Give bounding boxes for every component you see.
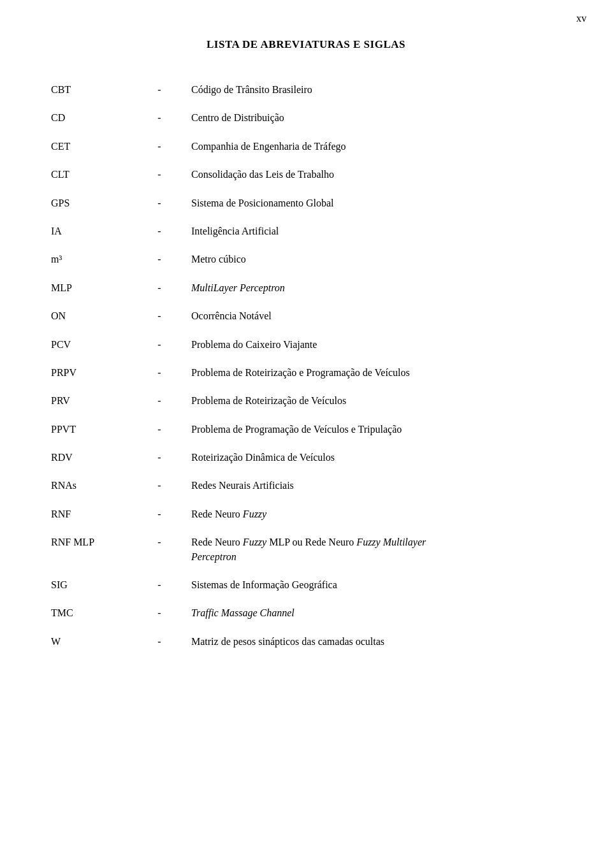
abbreviation-term: TMC	[51, 606, 127, 620]
list-item: W-Matriz de pesos sinápticos das camadas…	[51, 635, 561, 649]
list-item: CLT-Consolidação das Leis de Trabalho	[51, 168, 561, 182]
list-item: RNAs-Redes Neurais Artificiais	[51, 479, 561, 493]
list-item: SIG-Sistemas de Informação Geográfica	[51, 578, 561, 592]
abbreviation-definition: Redes Neurais Artificiais	[191, 479, 561, 493]
list-item: PRPV-Problema de Roteirização e Programa…	[51, 366, 561, 380]
abbreviation-definition: Sistema de Posicionamento Global	[191, 196, 561, 210]
abbreviation-term: RNF MLP	[51, 535, 127, 549]
abbreviation-definition: Rede Neuro Fuzzy	[191, 507, 561, 521]
abbreviation-definition: MultiLayer Perceptron	[191, 281, 561, 295]
list-item: RNF MLP-Rede Neuro Fuzzy MLP ou Rede Neu…	[51, 535, 561, 564]
abbreviation-term: PRV	[51, 394, 127, 408]
abbreviation-dash: -	[127, 423, 191, 437]
abbreviation-definition: Problema do Caixeiro Viajante	[191, 338, 561, 352]
list-item: RDV-Roteirização Dinâmica de Veículos	[51, 451, 561, 465]
abbreviation-definition: Ocorrência Notável	[191, 309, 561, 323]
list-item: PPVT-Problema de Programação de Veículos…	[51, 423, 561, 437]
abbreviation-dash: -	[127, 196, 191, 210]
abbreviation-dash: -	[127, 338, 191, 352]
list-item: MLP-MultiLayer Perceptron	[51, 281, 561, 295]
abbreviation-term: m³	[51, 252, 127, 266]
abbreviation-term: CLT	[51, 168, 127, 182]
list-item: TMC-Traffic Massage Channel	[51, 606, 561, 620]
abbreviation-term: RNAs	[51, 479, 127, 493]
list-item: PCV-Problema do Caixeiro Viajante	[51, 338, 561, 352]
abbreviation-term: W	[51, 635, 127, 649]
abbreviation-definition: Código de Trânsito Brasileiro	[191, 83, 561, 97]
abbreviation-dash: -	[127, 394, 191, 408]
abbreviation-definition: Sistemas de Informação Geográfica	[191, 578, 561, 592]
abbreviation-definition: Metro cúbico	[191, 252, 561, 266]
abbreviation-dash: -	[127, 140, 191, 154]
abbreviation-term: CD	[51, 111, 127, 125]
abbreviation-dash: -	[127, 224, 191, 238]
abbreviation-list: CBT-Código de Trânsito BrasileiroCD-Cent…	[51, 83, 561, 649]
abbreviation-term: RDV	[51, 451, 127, 465]
abbreviation-definition: Traffic Massage Channel	[191, 606, 561, 620]
abbreviation-definition: Problema de Roteirização de Veículos	[191, 394, 561, 408]
list-item: RNF-Rede Neuro Fuzzy	[51, 507, 561, 521]
abbreviation-dash: -	[127, 252, 191, 266]
abbreviation-term: PPVT	[51, 423, 127, 437]
abbreviation-term: RNF	[51, 507, 127, 521]
list-item: CET-Companhia de Engenharia de Tráfego	[51, 140, 561, 154]
abbreviation-term: GPS	[51, 196, 127, 210]
abbreviation-definition: Problema de Programação de Veículos e Tr…	[191, 423, 561, 437]
list-item: IA-Inteligência Artificial	[51, 224, 561, 238]
abbreviation-dash: -	[127, 635, 191, 649]
abbreviation-definition: Centro de Distribuição	[191, 111, 561, 125]
abbreviation-definition: Matriz de pesos sinápticos das camadas o…	[191, 635, 561, 649]
list-item: ON-Ocorrência Notável	[51, 309, 561, 323]
abbreviation-dash: -	[127, 281, 191, 295]
abbreviation-term: CBT	[51, 83, 127, 97]
list-item: GPS-Sistema de Posicionamento Global	[51, 196, 561, 210]
abbreviation-definition: Companhia de Engenharia de Tráfego	[191, 140, 561, 154]
page-title: LISTA DE ABREVIATURAS E SIGLAS	[51, 38, 561, 51]
abbreviation-dash: -	[127, 606, 191, 620]
abbreviation-term: PCV	[51, 338, 127, 352]
page-number: xv	[576, 13, 586, 24]
list-item: CBT-Código de Trânsito Brasileiro	[51, 83, 561, 97]
abbreviation-definition: Consolidação das Leis de Trabalho	[191, 168, 561, 182]
abbreviation-term: IA	[51, 224, 127, 238]
abbreviation-dash: -	[127, 507, 191, 521]
list-item: m³-Metro cúbico	[51, 252, 561, 266]
abbreviation-dash: -	[127, 479, 191, 493]
abbreviation-dash: -	[127, 451, 191, 465]
abbreviation-definition: Rede Neuro Fuzzy MLP ou Rede Neuro Fuzzy…	[191, 535, 561, 564]
abbreviation-definition: Roteirização Dinâmica de Veículos	[191, 451, 561, 465]
abbreviation-term: MLP	[51, 281, 127, 295]
abbreviation-dash: -	[127, 111, 191, 125]
list-item: PRV-Problema de Roteirização de Veículos	[51, 394, 561, 408]
abbreviation-term: SIG	[51, 578, 127, 592]
abbreviation-term: PRPV	[51, 366, 127, 380]
abbreviation-definition: Problema de Roteirização e Programação d…	[191, 366, 561, 380]
abbreviation-term: ON	[51, 309, 127, 323]
abbreviation-dash: -	[127, 83, 191, 97]
abbreviation-dash: -	[127, 309, 191, 323]
abbreviation-definition: Inteligência Artificial	[191, 224, 561, 238]
abbreviation-dash: -	[127, 578, 191, 592]
abbreviation-term: CET	[51, 140, 127, 154]
abbreviation-dash: -	[127, 366, 191, 380]
abbreviation-dash: -	[127, 168, 191, 182]
abbreviation-dash: -	[127, 535, 191, 549]
list-item: CD-Centro de Distribuição	[51, 111, 561, 125]
